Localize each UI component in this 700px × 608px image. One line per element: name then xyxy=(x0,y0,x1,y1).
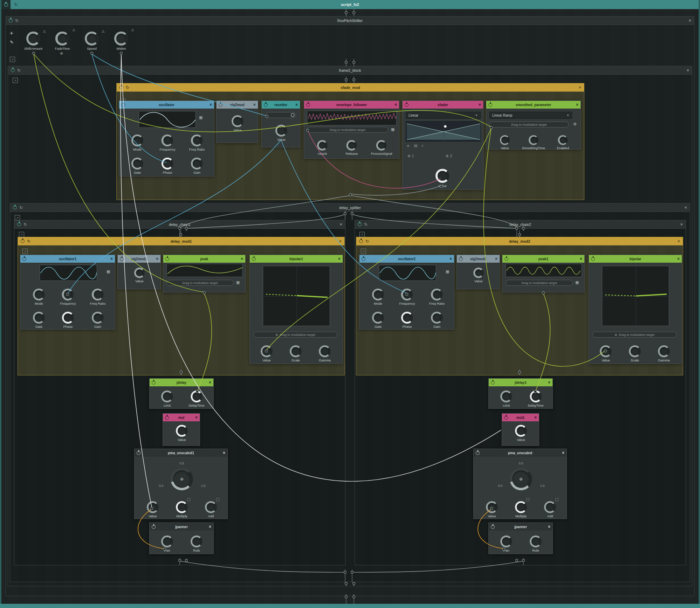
knob-scale[interactable]: Scale xyxy=(290,345,302,362)
mul1-header[interactable]: mul1 × xyxy=(502,414,539,421)
knob[interactable] xyxy=(500,536,512,547)
edit-table-icon[interactable]: ▦ xyxy=(236,281,240,284)
knob[interactable] xyxy=(85,32,99,46)
export-icon[interactable]: ↗ xyxy=(359,232,365,237)
knob[interactable] xyxy=(275,125,287,137)
knob-freq-ratio[interactable]: Freq Ratio xyxy=(429,289,445,305)
close-icon[interactable]: × xyxy=(684,205,687,210)
knob-processsignal[interactable]: ProcessSignal xyxy=(371,140,392,156)
knob-mode[interactable]: Mode xyxy=(372,289,384,305)
close-icon[interactable]: × xyxy=(394,103,397,107)
target-icon[interactable]: ⊕ xyxy=(573,122,577,126)
knob-phase[interactable]: Phase xyxy=(162,158,173,174)
jpanner-header[interactable]: jpanner × xyxy=(150,523,213,531)
power-icon[interactable] xyxy=(306,103,310,107)
knob-value[interactable]: Value xyxy=(486,501,498,518)
sig2mod2-header[interactable]: sig2mod2 × xyxy=(457,255,500,263)
knob[interactable] xyxy=(317,140,328,151)
add-parameter-icon[interactable]: + xyxy=(10,30,13,36)
knob[interactable] xyxy=(401,289,413,300)
power-icon[interactable] xyxy=(358,222,362,226)
knob[interactable] xyxy=(372,289,384,300)
knob-freq-ratio[interactable]: Freq Ratio xyxy=(189,134,205,151)
power-icon[interactable] xyxy=(9,19,13,22)
knob[interactable] xyxy=(500,391,512,402)
knob-gate[interactable]: Gate xyxy=(372,312,384,329)
close-icon[interactable]: × xyxy=(548,380,550,385)
knob-gain[interactable]: Gain xyxy=(191,158,203,174)
close-icon[interactable]: × xyxy=(562,451,564,455)
export-icon[interactable]: ↗ xyxy=(361,249,366,254)
modulation-drag-target[interactable]: Drag to modulation target xyxy=(166,280,234,286)
knob[interactable] xyxy=(162,158,173,170)
loop-icon[interactable]: ↻ xyxy=(17,68,21,72)
close-icon[interactable]: × xyxy=(534,415,537,420)
export-icon[interactable]: ↗ xyxy=(22,249,28,254)
loop-icon[interactable]: ↻ xyxy=(27,239,30,243)
knob-limit[interactable]: Limit xyxy=(500,391,512,407)
bipolar-display[interactable] xyxy=(263,266,330,326)
knob-value[interactable]: Value xyxy=(500,135,510,150)
knob-value[interactable]: Value xyxy=(261,345,273,362)
oscillator2-header[interactable]: oscillator2 × xyxy=(359,255,454,263)
jpanner-header[interactable]: jpanner × xyxy=(489,523,553,531)
knob-frequency[interactable]: Frequency xyxy=(60,289,76,305)
close-icon[interactable]: × xyxy=(576,103,578,107)
knob[interactable] xyxy=(191,134,203,146)
loop-icon[interactable]: ↻ xyxy=(365,239,369,243)
fade-target-1[interactable]: ⊕1 xyxy=(407,154,414,158)
power-icon[interactable] xyxy=(459,257,463,261)
close-icon[interactable]: × xyxy=(339,239,342,243)
knob-pan[interactable]: Pan xyxy=(500,536,512,552)
close-icon[interactable]: × xyxy=(195,415,198,420)
export-icon[interactable]: ↗ xyxy=(15,215,20,220)
knob[interactable] xyxy=(319,345,331,357)
knob-value[interactable]: Value xyxy=(176,425,188,442)
knob[interactable] xyxy=(473,268,484,278)
knob[interactable] xyxy=(515,501,527,513)
modulation-slot[interactable] xyxy=(216,498,219,501)
knob-gain[interactable]: Gain xyxy=(92,312,104,329)
close-icon[interactable]: × xyxy=(686,68,689,72)
knob-value[interactable]: Value xyxy=(134,268,145,283)
knob[interactable] xyxy=(600,345,612,357)
close-icon[interactable]: × xyxy=(241,257,243,261)
power-icon[interactable] xyxy=(165,257,169,261)
edit-table-icon[interactable]: ▦ xyxy=(199,116,203,119)
delay-mod1-header[interactable]: ↻ delay_mod1 × xyxy=(18,237,344,246)
note-icon[interactable]: ♪ xyxy=(421,144,424,147)
resetter-header[interactable]: resetter × xyxy=(262,101,300,109)
power-icon[interactable] xyxy=(252,257,256,261)
close-icon[interactable]: × xyxy=(578,85,581,90)
roxpitchshifter-header[interactable]: ↻ RoxPitchShifter × xyxy=(6,16,694,25)
knob-value[interactable]: Value xyxy=(435,169,449,188)
close-icon[interactable]: × xyxy=(495,257,497,261)
power-icon[interactable] xyxy=(491,525,495,529)
waveform-display[interactable] xyxy=(379,265,436,281)
pma-main-knob[interactable]: ⊕ xyxy=(510,468,532,490)
knob[interactable] xyxy=(176,501,188,513)
knob-gate[interactable]: Gate xyxy=(33,312,45,329)
knob-smoothingtime[interactable]: SmoothingTime xyxy=(522,135,545,150)
knob[interactable] xyxy=(205,501,217,513)
close-icon[interactable]: × xyxy=(677,257,680,261)
knob[interactable] xyxy=(529,135,538,145)
power-icon[interactable] xyxy=(219,103,222,107)
peak-header[interactable]: peak × xyxy=(163,255,245,263)
knob[interactable] xyxy=(530,391,542,402)
power-icon[interactable] xyxy=(120,257,124,261)
close-icon[interactable]: × xyxy=(223,451,225,455)
power-icon[interactable] xyxy=(476,451,480,455)
knob-multiply[interactable]: Multiply xyxy=(176,501,188,518)
close-icon[interactable]: × xyxy=(210,103,212,107)
close-icon[interactable]: × xyxy=(209,380,211,385)
power-icon[interactable] xyxy=(152,381,156,385)
knob[interactable] xyxy=(658,345,670,357)
knob[interactable] xyxy=(431,312,443,324)
knob[interactable] xyxy=(544,501,556,513)
knob[interactable] xyxy=(261,345,273,357)
oscillator1-header[interactable]: oscillator1 × xyxy=(20,255,115,263)
xfade-mod-header[interactable]: ↻ xfade_mod × xyxy=(117,83,584,92)
modulation-slot[interactable] xyxy=(526,498,529,501)
jdelay-header[interactable]: jdelay × xyxy=(150,379,213,386)
